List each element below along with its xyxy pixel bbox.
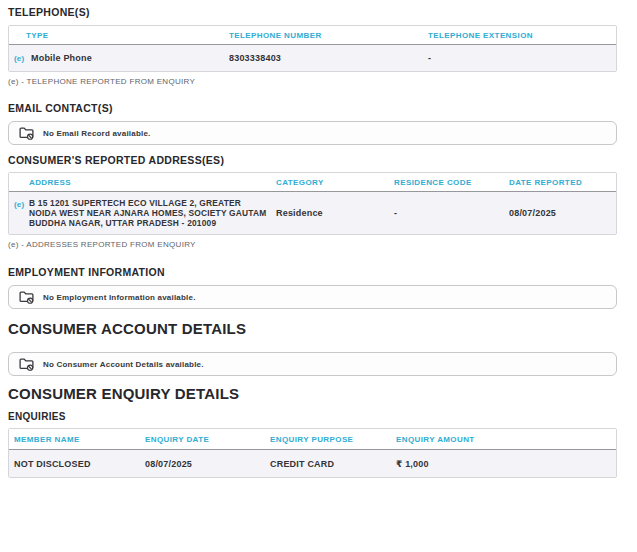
address-cell: (e) B 15 1201 SUPERTECH ECO VILLAGE 2, G… [9,198,276,228]
employment-section-title: EMPLOYMENT INFORMATION [8,266,617,278]
telephone-extension-value: - [428,53,616,63]
column-header-member-name: MEMBER NAME [9,435,140,444]
addresses-table-header-row: ADDRESS CATEGORY RESIDENCE CODE DATE REP… [9,173,616,192]
table-row: NOT DISCLOSED 08/07/2025 CREDIT CARD ₹ 1… [9,450,616,477]
account-details-section-title: CONSUMER ACCOUNT DETAILS [8,321,617,337]
column-header-residence-code: RESIDENCE CODE [394,178,509,187]
address-date-reported-value: 08/07/2025 [509,208,616,218]
member-name-value: NOT DISCLOSED [9,459,140,469]
email-section-title: EMAIL CONTACT(S) [8,102,617,114]
address-value: B 15 1201 SUPERTECH ECO VILLAGE 2, GREAT… [29,198,269,228]
enquiries-table: MEMBER NAME ENQUIRY DATE ENQUIRY PURPOSE… [8,428,617,478]
telephone-type-cell: (e) Mobile Phone [9,53,229,63]
enquiry-amount-value: ₹ 1,000 [391,459,616,469]
email-empty-state: No Email Record available. [8,121,617,145]
no-record-folder-icon [19,126,34,140]
table-row: (e) B 15 1201 SUPERTECH ECO VILLAGE 2, G… [9,192,616,234]
column-header-type: TYPE [9,31,229,40]
column-header-date-reported: DATE REPORTED [509,178,616,187]
credit-report-page: TELEPHONE(S) TYPE TELEPHONE NUMBER TELEP… [0,0,637,478]
enquiry-purpose-value: CREDIT CARD [265,459,391,469]
employment-empty-state: No Employment Information available. [8,285,617,309]
address-footnote: (e) - ADDRESSES REPORTED FROM ENQUIRY [8,240,617,249]
telephone-type-value: Mobile Phone [31,53,92,63]
enquiry-details-section-title: CONSUMER ENQUIRY DETAILS [8,386,617,402]
enquiries-table-header-row: MEMBER NAME ENQUIRY DATE ENQUIRY PURPOSE… [9,429,616,450]
column-header-telephone-number: TELEPHONE NUMBER [229,31,428,40]
column-header-address: ADDRESS [9,178,276,187]
table-row: (e) Mobile Phone 8303338403 - [9,45,616,71]
address-category-value: Residence [276,208,394,218]
telephones-table-header-row: TYPE TELEPHONE NUMBER TELEPHONE EXTENSIO… [9,26,616,45]
column-header-enquiry-amount: ENQUIRY AMOUNT [391,435,616,444]
column-header-category: CATEGORY [276,178,394,187]
email-empty-message: No Email Record available. [43,129,150,138]
enquiry-source-marker: (e) [14,54,24,63]
no-record-folder-icon [19,357,34,371]
column-header-telephone-extension: TELEPHONE EXTENSION [428,31,616,40]
column-header-enquiry-purpose: ENQUIRY PURPOSE [265,435,391,444]
enquiries-subtitle: ENQUIRIES [8,411,617,422]
residence-code-value: - [394,208,509,218]
enquiry-date-value: 08/07/2025 [140,459,265,469]
enquiry-source-marker: (e) [14,200,24,209]
employment-empty-message: No Employment Information available. [43,293,196,302]
addresses-table: ADDRESS CATEGORY RESIDENCE CODE DATE REP… [8,172,617,235]
telephones-table: TYPE TELEPHONE NUMBER TELEPHONE EXTENSIO… [8,25,617,72]
account-details-empty-message: No Consumer Account Details available. [43,360,204,369]
column-header-enquiry-date: ENQUIRY DATE [140,435,265,444]
addresses-section-title: CONSUMER'S REPORTED ADDRESS(ES) [8,154,617,166]
telephones-section-title: TELEPHONE(S) [8,6,617,18]
telephone-number-value: 8303338403 [229,53,428,63]
account-details-empty-state: No Consumer Account Details available. [8,352,617,376]
no-record-folder-icon [19,290,34,304]
telephone-footnote: (e) - TELEPHONE REPORTED FROM ENQUIRY [8,77,617,86]
